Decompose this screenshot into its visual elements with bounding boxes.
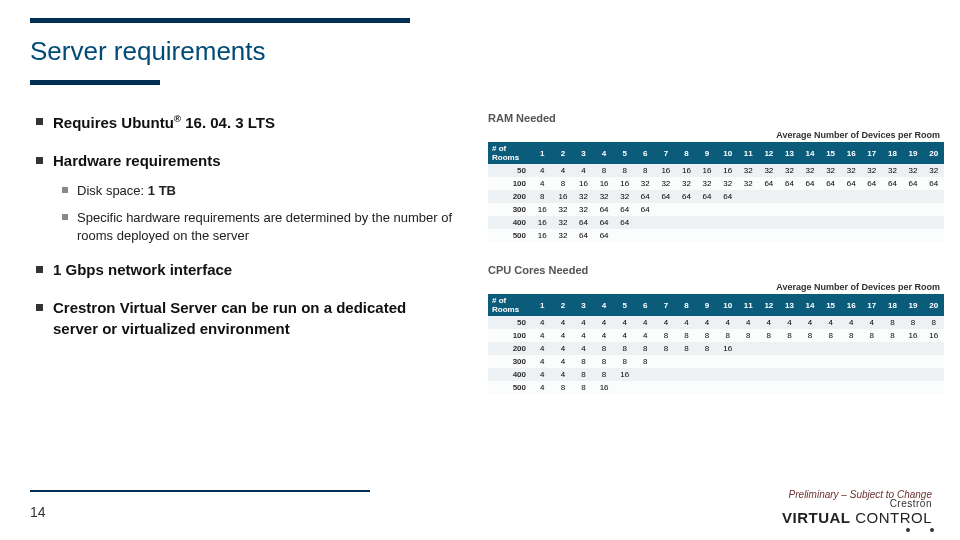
- cell: 4: [573, 164, 594, 177]
- cell: [903, 355, 924, 368]
- cell: 8: [573, 381, 594, 394]
- bullet-text: Hardware requirements: [53, 151, 221, 171]
- cell: [923, 381, 944, 394]
- cell: [800, 368, 821, 381]
- cell: 4: [635, 316, 656, 329]
- cell: 4: [697, 316, 718, 329]
- cell: 64: [717, 190, 738, 203]
- cell: 64: [573, 229, 594, 242]
- bullet-ubuntu: Requires Ubuntu® 16. 04. 3 LTS: [36, 112, 466, 133]
- cell: [800, 229, 821, 242]
- cell: 4: [738, 316, 759, 329]
- cell: [656, 216, 677, 229]
- cell: 32: [635, 177, 656, 190]
- cell: [676, 381, 697, 394]
- table-row: 20044488888816: [488, 342, 944, 355]
- cell: [820, 368, 841, 381]
- cell: 16: [717, 164, 738, 177]
- cell: 16: [594, 381, 615, 394]
- text-fragment: Requires Ubuntu: [53, 114, 174, 131]
- cell: 64: [656, 190, 677, 203]
- col-header: 5: [614, 294, 635, 316]
- cell: [862, 355, 883, 368]
- cell: 8: [614, 355, 635, 368]
- cell: 64: [697, 190, 718, 203]
- cell: [862, 216, 883, 229]
- ram-table: # of Rooms123456789101112131415161718192…: [488, 142, 944, 242]
- cell: [903, 216, 924, 229]
- col-header: 14: [800, 294, 821, 316]
- cell: 4: [800, 316, 821, 329]
- cell: 8: [759, 329, 780, 342]
- col-header: 11: [738, 142, 759, 164]
- cell: 16: [923, 329, 944, 342]
- cell: [614, 381, 635, 394]
- col-header: 19: [903, 294, 924, 316]
- cell: 32: [656, 177, 677, 190]
- cell: [820, 229, 841, 242]
- bullet-icon: [36, 118, 43, 125]
- cell: [717, 368, 738, 381]
- cell: 8: [779, 329, 800, 342]
- text-fragment: 16. 04. 3 LTS: [181, 114, 275, 131]
- cell: [923, 229, 944, 242]
- cell: [903, 190, 924, 203]
- cell: [841, 368, 862, 381]
- col-header: 5: [614, 142, 635, 164]
- cell: 4: [553, 316, 574, 329]
- cell: [759, 368, 780, 381]
- cell: 4: [532, 164, 553, 177]
- logo-product: VIRTUAL CONTROL: [782, 509, 932, 526]
- cell: 8: [923, 316, 944, 329]
- cell: 32: [923, 164, 944, 177]
- cell: 4: [820, 316, 841, 329]
- cell: [862, 229, 883, 242]
- cell: 16: [532, 203, 553, 216]
- cell: 32: [779, 164, 800, 177]
- bullet-text: 1 Gbps network interface: [53, 260, 232, 280]
- cell: [738, 381, 759, 394]
- cell: 64: [635, 203, 656, 216]
- col-header: 8: [676, 142, 697, 164]
- cell: 8: [656, 342, 677, 355]
- col-header: 3: [573, 294, 594, 316]
- cell: [800, 190, 821, 203]
- col-header: 4: [594, 294, 615, 316]
- col-header: 13: [779, 142, 800, 164]
- cell: 32: [553, 216, 574, 229]
- cell: [697, 203, 718, 216]
- cell: [779, 190, 800, 203]
- cell: 4: [553, 368, 574, 381]
- col-header: 16: [841, 142, 862, 164]
- cell: [841, 355, 862, 368]
- cell: 8: [862, 329, 883, 342]
- cell: 32: [903, 164, 924, 177]
- footer-rule: [30, 490, 370, 492]
- cell: [635, 216, 656, 229]
- cell: 32: [614, 190, 635, 203]
- cell: 8: [882, 329, 903, 342]
- bullet-virtual: Crestron Virtual Server can be run on a …: [36, 298, 466, 339]
- cell: 8: [635, 355, 656, 368]
- cell: [862, 368, 883, 381]
- cell: [800, 203, 821, 216]
- bullet-icon: [62, 187, 68, 193]
- cell: [923, 190, 944, 203]
- table-row: 504448881616161632323232323232323232: [488, 164, 944, 177]
- cell: [923, 368, 944, 381]
- cell: 16: [594, 177, 615, 190]
- col-header: 11: [738, 294, 759, 316]
- cell: 16: [697, 164, 718, 177]
- cell: 8: [614, 164, 635, 177]
- cell: 4: [532, 329, 553, 342]
- cell: [800, 216, 821, 229]
- cell: [800, 355, 821, 368]
- cell: 32: [738, 164, 759, 177]
- cell: [820, 216, 841, 229]
- cell: [862, 342, 883, 355]
- cell: 4: [532, 342, 553, 355]
- cell: [656, 203, 677, 216]
- cell: [903, 203, 924, 216]
- col-header: 7: [656, 142, 677, 164]
- cell: [738, 342, 759, 355]
